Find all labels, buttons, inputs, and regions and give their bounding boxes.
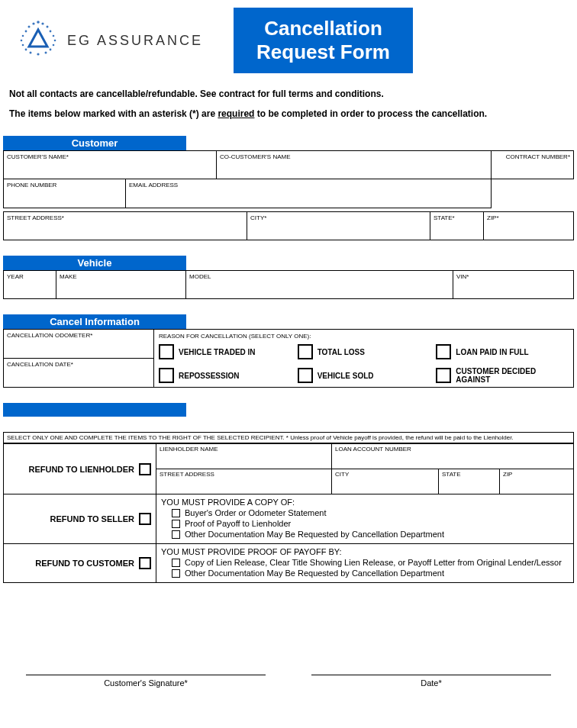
svg-point-1	[32, 22, 34, 24]
customer-signature-line[interactable]: Customer's Signature*	[26, 675, 266, 688]
field-loan-account[interactable]: LOAN ACCOUNT NUMBER	[332, 444, 573, 469]
field-lienholder-name[interactable]: LIENHOLDER NAME	[156, 444, 332, 469]
req-other-seller[interactable]: Other Documentation May Be Requested by …	[172, 530, 569, 539]
refund-block: SELECT ONLY ONE AND COMPLETE THE ITEMS T…	[3, 432, 574, 583]
reason-total-loss[interactable]: TOTAL LOSS	[298, 344, 430, 359]
refund-to-customer[interactable]: REFUND TO CUSTOMER	[4, 544, 156, 582]
reason-loan-paid[interactable]: LOAN PAID IN FULL	[436, 344, 569, 359]
checkbox-icon[interactable]	[298, 368, 313, 383]
reason-block: REASON FOR CANCELLATION (SELECT ONLY ONE…	[154, 329, 574, 388]
svg-point-3	[28, 26, 31, 28]
intro-p2: The items below marked with an asterisk …	[9, 108, 568, 119]
logo-mark-icon	[15, 18, 61, 63]
field-make[interactable]: MAKE	[56, 270, 186, 299]
intro-text: Not all contacts are cancellable/refunda…	[3, 81, 574, 136]
field-customer-name[interactable]: CUSTOMER'S NAME*	[3, 150, 217, 179]
reason-label: REASON FOR CANCELLATION (SELECT ONLY ONE…	[159, 333, 569, 340]
checkbox-icon[interactable]	[139, 557, 151, 569]
svg-point-11	[22, 44, 24, 47]
req-buyers-order[interactable]: Buyer's Order or Odometer Statement	[172, 508, 569, 517]
field-zip[interactable]: ZIP*	[484, 211, 574, 240]
field-model[interactable]: MODEL	[186, 270, 453, 299]
checkbox-icon[interactable]	[298, 344, 313, 359]
svg-point-0	[37, 21, 40, 24]
svg-point-12	[53, 44, 55, 47]
signature-area: Customer's Signature* Date*	[3, 675, 574, 688]
checkbox-icon[interactable]	[159, 368, 174, 383]
customer-grid: CUSTOMER'S NAME* CO-CUSTOMER'S NAME CONT…	[3, 150, 574, 240]
req-other-customer[interactable]: Other Documentation May Be Requested by …	[172, 569, 569, 578]
logo-assurance: ASSURANCE	[97, 33, 203, 48]
checkbox-icon[interactable]	[172, 569, 180, 578]
field-street[interactable]: STREET ADDRESS*	[3, 211, 247, 240]
svg-point-4	[47, 26, 49, 28]
reason-vehicle-sold[interactable]: VEHICLE SOLD	[298, 367, 430, 384]
checkbox-icon[interactable]	[436, 368, 451, 383]
req-lien-release[interactable]: Copy of Lien Release, Clear Title Showin…	[172, 558, 569, 567]
field-co-customer-name[interactable]: CO-CUSTOMER'S NAME	[217, 150, 492, 179]
svg-point-14	[50, 49, 52, 51]
field-lien-city[interactable]: CITY	[332, 469, 439, 494]
logo-eg: EG	[67, 33, 92, 48]
section-cancel-header: Cancel Information	[3, 314, 186, 329]
checkbox-icon[interactable]	[159, 344, 174, 359]
section-customer-header: Customer	[3, 136, 186, 150]
svg-point-13	[25, 49, 27, 51]
field-lien-state[interactable]: STATE	[439, 469, 500, 494]
title-line2: Request Form	[256, 40, 390, 64]
company-logo: EG ASSURANCE	[15, 18, 203, 63]
field-contract-number[interactable]: CONTRACT NUMBER*	[492, 150, 574, 179]
checkbox-icon[interactable]	[139, 463, 151, 475]
section-vehicle-header: Vehicle	[3, 256, 186, 270]
form-header: EG ASSURANCE Cancellation Request Form	[0, 0, 577, 81]
refund-to-seller[interactable]: REFUND TO SELLER	[4, 494, 156, 543]
checkbox-icon[interactable]	[172, 559, 180, 567]
vehicle-grid: YEAR MAKE MODEL VIN*	[3, 270, 574, 299]
section-refund-header	[3, 403, 186, 417]
checkbox-icon[interactable]	[139, 513, 151, 525]
checkbox-icon[interactable]	[172, 530, 180, 539]
field-lien-street[interactable]: STREET ADDRESS	[156, 469, 332, 494]
svg-point-2	[41, 22, 44, 24]
reason-traded-in[interactable]: VEHICLE TRADED IN	[159, 344, 292, 359]
svg-point-15	[30, 52, 32, 54]
refund-instruction: SELECT ONLY ONE AND COMPLETE THE ITEMS T…	[4, 433, 573, 443]
refund-to-lienholder[interactable]: REFUND TO LIENHOLDER	[4, 444, 156, 494]
svg-point-8	[53, 35, 55, 37]
svg-point-7	[22, 35, 24, 37]
svg-point-10	[54, 40, 56, 42]
form-title-box: Cancellation Request Form	[234, 8, 413, 73]
reason-decided-against[interactable]: CUSTOMER DECIDED AGAINST	[436, 367, 569, 384]
field-cancel-odometer[interactable]: CANCELLATION ODOMETER*	[3, 329, 154, 359]
svg-point-17	[37, 53, 39, 55]
svg-point-16	[45, 52, 47, 54]
checkbox-icon[interactable]	[436, 344, 451, 359]
seller-requirements: YOU MUST PROVIDE A COPY OF: Buyer's Orde…	[156, 494, 573, 543]
checkbox-icon[interactable]	[172, 509, 180, 517]
logo-text: EG ASSURANCE	[67, 33, 203, 49]
field-year[interactable]: YEAR	[3, 270, 56, 299]
reason-repossession[interactable]: REPOSSESSION	[159, 367, 292, 384]
svg-point-5	[25, 31, 27, 33]
cancel-grid: CANCELLATION ODOMETER* CANCELLATION DATE…	[3, 329, 574, 388]
intro-p1: Not all contacts are cancellable/refunda…	[9, 89, 568, 99]
checkbox-icon[interactable]	[172, 520, 180, 528]
field-lien-zip[interactable]: ZIP	[500, 469, 573, 494]
field-phone[interactable]: PHONE NUMBER	[3, 179, 126, 208]
req-proof-payoff[interactable]: Proof of Payoff to Lienholder	[172, 519, 569, 528]
customer-requirements: YOU MUST PROVIDE PROOF OF PAYOFF BY: Cop…	[156, 544, 573, 582]
field-state[interactable]: STATE*	[430, 211, 484, 240]
date-line[interactable]: Date*	[311, 675, 551, 688]
field-vin[interactable]: VIN*	[453, 270, 574, 299]
field-city[interactable]: CITY*	[247, 211, 430, 240]
svg-point-9	[21, 40, 23, 42]
svg-point-6	[50, 31, 52, 33]
field-cancel-date[interactable]: CANCELLATION DATE*	[3, 359, 154, 388]
title-line1: Cancellation	[256, 17, 390, 40]
field-email[interactable]: EMAIL ADDRESS	[126, 179, 492, 208]
